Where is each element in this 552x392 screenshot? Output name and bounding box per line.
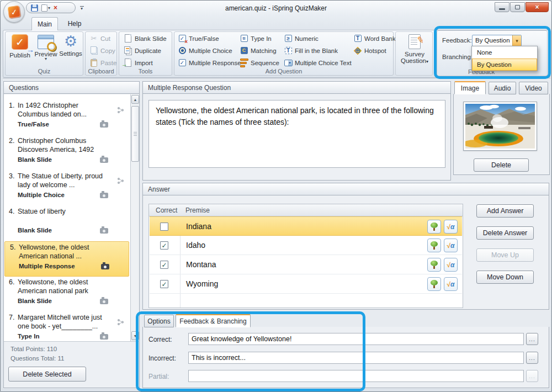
insert-equation-button[interactable]: √α bbox=[444, 277, 458, 291]
tab-main[interactable]: Main bbox=[31, 17, 58, 30]
multiple-choice-text-button[interactable]: ▾ Multiple Choice Text bbox=[284, 58, 352, 67]
question-item-6[interactable]: 6. Yellowstone, the oldest American nati… bbox=[4, 277, 130, 312]
tree-icon bbox=[431, 223, 438, 231]
insert-image-button[interactable] bbox=[427, 220, 441, 234]
insert-image-button[interactable] bbox=[427, 258, 441, 272]
new-document-button[interactable]: ▾ bbox=[41, 4, 50, 12]
question-item-7[interactable]: 7. Margaret Mitchell wrote just one book… bbox=[4, 312, 130, 341]
tab-video[interactable]: Video bbox=[519, 82, 548, 94]
insert-image-button[interactable] bbox=[427, 239, 441, 252]
matching-button[interactable]: C Matching bbox=[240, 46, 277, 55]
dropdown-option-by-question[interactable]: By Question bbox=[472, 59, 537, 71]
answer-row-idaho[interactable]: ✓ Idaho √α bbox=[150, 236, 462, 255]
ribbon-group-quiz: ✓ → Publish Preview ▾ ⚙ Settings Quiz bbox=[5, 31, 83, 76]
save-button[interactable] bbox=[31, 4, 38, 12]
maximize-icon bbox=[515, 5, 520, 9]
question-item-1[interactable]: 1. In 1492 Christopher Columbus landed o… bbox=[4, 100, 130, 135]
dropdown-option-none[interactable]: None bbox=[472, 46, 537, 59]
insert-equation-button[interactable]: √α bbox=[444, 239, 458, 252]
survey-question-button[interactable]: ✎ Survey Question▾ bbox=[397, 33, 432, 64]
quick-access-toolbar: ▾ × bbox=[26, 2, 76, 13]
correct-checkbox[interactable] bbox=[160, 223, 168, 231]
publish-button[interactable]: ✓ → Publish bbox=[7, 33, 33, 59]
delete-selected-button[interactable]: Delete Selected bbox=[8, 367, 86, 382]
correct-feedback-input[interactable] bbox=[188, 333, 524, 345]
insert-equation-button[interactable]: √α bbox=[444, 220, 458, 234]
type-in-button[interactable]: tl Type In bbox=[240, 34, 272, 43]
paste-button[interactable]: Paste bbox=[89, 58, 116, 67]
premise-text[interactable]: Wyoming bbox=[186, 279, 218, 288]
incorrect-more-button[interactable]: ... bbox=[526, 352, 538, 364]
import-button[interactable]: → Import bbox=[124, 58, 153, 67]
group-label-add-question: Add Question bbox=[174, 68, 393, 75]
insert-image-button[interactable] bbox=[427, 277, 441, 291]
feedback-dropdown[interactable]: By Question ▾ bbox=[472, 35, 522, 46]
delete-answer-button[interactable]: Delete Answer bbox=[476, 226, 534, 240]
answer-table-header: Correct Premise bbox=[149, 204, 463, 216]
move-down-button[interactable]: Move Down bbox=[476, 271, 534, 284]
scroll-down-button[interactable]: ▼ bbox=[131, 331, 139, 340]
question-item-3[interactable]: 3. The Statue of Liberty, proud lady of … bbox=[4, 171, 130, 206]
blank-slide-button[interactable]: Blank Slide bbox=[124, 34, 167, 43]
word-bank-button[interactable]: T Word Bank bbox=[353, 34, 396, 43]
sequence-button[interactable]: Sequence bbox=[240, 58, 279, 67]
answer-row-wyoming[interactable]: ✓ Wyoming √α bbox=[150, 274, 462, 294]
tab-image[interactable]: Image bbox=[454, 81, 486, 94]
settings-button[interactable]: ⚙ Settings bbox=[58, 33, 83, 57]
sequence-icon bbox=[240, 59, 248, 67]
chevron-down-icon[interactable]: ▾ bbox=[512, 35, 521, 46]
feedback-label: Feedback: bbox=[442, 37, 472, 44]
scroll-up-button[interactable]: ▲ bbox=[131, 95, 139, 104]
incorrect-feedback-input[interactable] bbox=[188, 352, 524, 364]
app-logo-icon: ✓ bbox=[8, 6, 21, 19]
move-up-button[interactable]: Move Up bbox=[476, 248, 534, 262]
premise-text[interactable]: Montana bbox=[186, 260, 216, 269]
preview-button[interactable]: Preview ▾ bbox=[33, 33, 59, 60]
copy-button[interactable]: Copy bbox=[89, 46, 115, 55]
tree-icon bbox=[431, 280, 438, 288]
partial-more-button[interactable]: ... bbox=[526, 370, 538, 382]
correct-more-button[interactable]: ... bbox=[526, 333, 538, 345]
qat-customize-button[interactable]: ▾ bbox=[78, 4, 86, 12]
delete-image-button[interactable]: Delete bbox=[474, 158, 529, 172]
question-item-4[interactable]: 4. Statue of liberty Blank Slide bbox=[4, 206, 130, 241]
question-image-thumbnail[interactable] bbox=[463, 102, 537, 151]
multiple-response-button[interactable]: ✓ Multiple Response bbox=[178, 58, 241, 67]
premise-text[interactable]: Idaho bbox=[186, 241, 205, 250]
tab-feedback-branching[interactable]: Feedback & Branching bbox=[176, 314, 251, 327]
true-false-button[interactable]: ✓× True/False bbox=[178, 34, 219, 43]
correct-checkbox[interactable]: ✓ bbox=[160, 241, 168, 250]
duplicate-button[interactable]: Duplicate bbox=[124, 46, 161, 55]
app-menu-button[interactable]: ✓ bbox=[3, 1, 25, 23]
question-number: 1. bbox=[9, 102, 14, 109]
equation-icon: √ bbox=[447, 223, 450, 231]
fill-in-the-blank-button[interactable]: T Fill in the Blank bbox=[284, 46, 338, 55]
tab-help[interactable]: Help bbox=[61, 17, 88, 30]
scrollbar-thumb[interactable] bbox=[131, 106, 139, 162]
answer-row-montana[interactable]: ✓ Montana √α bbox=[150, 255, 462, 274]
question-item-5-selected[interactable]: 5. Yellowstone, the oldest American nati… bbox=[4, 241, 129, 277]
minimize-button[interactable] bbox=[495, 2, 509, 12]
tab-options[interactable]: Options bbox=[144, 315, 174, 327]
multiple-choice-button[interactable]: Multiple Choice bbox=[178, 46, 232, 55]
correct-checkbox[interactable]: ✓ bbox=[160, 280, 168, 288]
save-icon bbox=[31, 4, 38, 12]
question-text-box[interactable]: Yellowstone, the oldest American nationa… bbox=[148, 100, 445, 168]
numeric-button[interactable]: ≥ Numeric bbox=[284, 34, 319, 43]
hotspot-button[interactable]: ⊕ Hotspot bbox=[353, 46, 386, 55]
answer-row-indiana[interactable]: Indiana √α bbox=[150, 216, 462, 236]
divider bbox=[4, 341, 140, 342]
question-text: Discovers America, 1492 bbox=[18, 146, 94, 153]
cut-button[interactable]: ✂ Cut bbox=[89, 34, 110, 43]
tab-audio[interactable]: Audio bbox=[489, 82, 516, 94]
close-button[interactable]: × bbox=[526, 2, 549, 12]
add-answer-button[interactable]: Add Answer bbox=[476, 204, 534, 218]
questions-scrollbar[interactable]: ▲ ▼ bbox=[130, 94, 139, 341]
close-document-button[interactable]: × bbox=[54, 4, 57, 11]
question-item-2[interactable]: 2. Christopher Columbus Discovers Americ… bbox=[4, 135, 130, 171]
partial-feedback-input[interactable] bbox=[188, 370, 524, 382]
insert-equation-button[interactable]: √α bbox=[444, 258, 458, 272]
correct-checkbox[interactable]: ✓ bbox=[160, 261, 168, 269]
premise-text[interactable]: Indiana bbox=[186, 222, 211, 231]
maximize-button[interactable] bbox=[510, 2, 525, 12]
